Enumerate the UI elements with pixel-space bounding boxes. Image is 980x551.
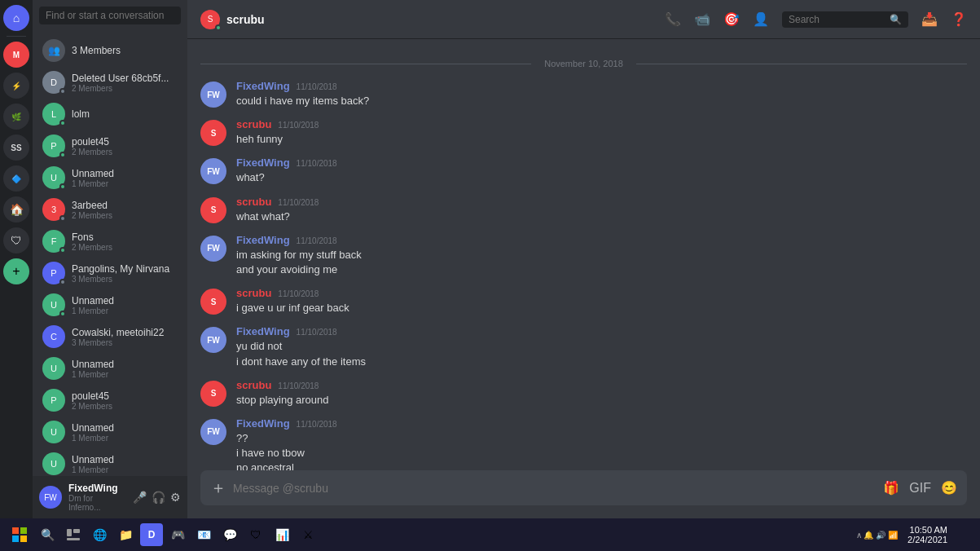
show-desktop-button[interactable] (957, 518, 973, 551)
dm-item[interactable]: P poulet45 2 Members (36, 385, 184, 416)
dm-search-input[interactable] (39, 7, 181, 24)
message-input-container: ＋ 🎁 GIF 😊 (187, 470, 980, 518)
message-group: FW FixedWing 11/10/2018 ?? i have no tbo… (200, 416, 967, 470)
home-button[interactable]: ⌂ (3, 5, 29, 31)
msg-timestamp: 11/10/2018 (297, 328, 337, 337)
dm-avatar: D (42, 71, 65, 94)
search-input[interactable] (789, 14, 886, 25)
server-icon[interactable]: ⚡ (3, 73, 29, 99)
dm-name: Cowalski, meetoihi22 (72, 327, 178, 338)
dm-item[interactable]: 3 3arbeed 2 Members (36, 194, 184, 225)
dm-name: 3arbeed (72, 200, 178, 211)
date-label: November 10, 2018 (538, 59, 630, 68)
dm-item[interactable]: D Deleted User 68cb5f... 2 Members (36, 67, 184, 98)
msg-author: FixedWing (236, 156, 290, 169)
msg-text: yu did not (236, 339, 967, 354)
excel-icon[interactable]: 📊 (270, 523, 293, 546)
app2-icon[interactable]: ⚔ (297, 523, 319, 546)
dm-avatar: 👥 (42, 39, 65, 62)
nitro-icon[interactable]: 🎯 (723, 11, 740, 27)
dm-sub: 2 Members (72, 211, 178, 220)
game-icon[interactable]: 🎮 (166, 523, 189, 546)
dm-sub: 3 Members (72, 275, 178, 284)
app-icon[interactable]: 🛡 (244, 523, 267, 546)
discord-taskbar-icon[interactable]: D (140, 523, 163, 546)
msg-text: stop playing around (236, 393, 967, 408)
msg-timestamp: 11/10/2018 (297, 236, 337, 245)
headset-icon[interactable]: 🎧 (152, 491, 165, 504)
dm-item[interactable]: P poulet45 2 Members (36, 130, 184, 161)
server-icon[interactable]: 🏠 (3, 196, 29, 223)
server-icon[interactable]: M (3, 42, 29, 68)
dm-avatar: F (42, 230, 65, 253)
start-button[interactable] (7, 522, 33, 548)
emoji-icon[interactable]: 😊 (941, 480, 957, 496)
message-input-box: ＋ 🎁 GIF 😊 (200, 470, 967, 505)
edge-icon[interactable]: 🌐 (88, 523, 111, 546)
user-panel: FW FixedWing Dm for Inferno... 🎤 🎧 ⚙ (33, 476, 187, 518)
dm-item[interactable]: F Fons 2 Members (36, 226, 184, 257)
dm-item[interactable]: P Pangolins, My Nirvana 3 Members (36, 258, 184, 289)
server-icon[interactable]: 🔷 (3, 165, 29, 192)
video-icon[interactable]: 📹 (694, 11, 710, 27)
msg-avatar: FW (200, 327, 226, 353)
add-attachment-icon[interactable]: ＋ (210, 477, 226, 499)
dm-name: Unnamed (72, 422, 178, 434)
dm-search-container (33, 0, 187, 31)
svg-rect-6 (67, 529, 72, 536)
dm-item[interactable]: L lolm (36, 99, 184, 130)
taskview-icon[interactable] (62, 523, 85, 546)
messages-container: November 10, 2018 FW FixedWing 11/10/201… (187, 39, 980, 470)
message-group: FW FixedWing 11/10/2018 im asking for my… (200, 232, 967, 279)
dm-avatar: U (42, 293, 65, 316)
msg-avatar: FW (200, 82, 226, 108)
dm-item[interactable]: U Unnamed 1 Member (36, 353, 184, 384)
file-explorer-icon[interactable]: 📁 (114, 523, 137, 546)
gif-icon[interactable]: GIF (909, 481, 931, 496)
dm-item[interactable]: U Unnamed 1 Member (36, 448, 184, 476)
outlook-icon[interactable]: 📧 (192, 523, 215, 546)
server-icon[interactable]: SS (3, 134, 29, 161)
msg-author: FixedWing (236, 234, 290, 246)
add-server-button[interactable]: + (3, 258, 29, 284)
dm-avatar: L (42, 103, 65, 126)
help-icon[interactable]: ❓ (951, 11, 967, 27)
svg-rect-4 (12, 536, 19, 542)
chat-area: S scrubu 📞 📹 🎯 👤 🔍 📥 ❓ (187, 0, 980, 518)
msg-avatar: FW (200, 158, 226, 184)
server-icon[interactable]: 🛡 (3, 227, 29, 253)
message-input[interactable] (233, 482, 877, 495)
server-icon[interactable]: 🌿 (3, 104, 29, 130)
msg-avatar: S (200, 197, 226, 223)
inbox-icon[interactable]: 📥 (921, 11, 938, 27)
dm-sub: 1 Member (72, 179, 178, 188)
msg-timestamp: 11/10/2018 (278, 289, 319, 298)
dm-name: 3 Members (72, 45, 178, 56)
chat-header-name: scrubu (226, 13, 265, 26)
msg-timestamp: 11/10/2018 (278, 381, 319, 390)
gift-icon[interactable]: 🎁 (883, 480, 899, 496)
call-icon[interactable]: 📞 (665, 11, 681, 27)
dm-item[interactable]: U Unnamed 1 Member (36, 162, 184, 193)
dm-item[interactable]: C Cowalski, meetoihi22 3 Members (36, 321, 184, 352)
server-list: ⌂ M ⚡ 🌿 SS 🔷 🏠 🛡 + (0, 0, 33, 518)
dm-item[interactable]: 👥 3 Members (36, 35, 184, 66)
dm-item[interactable]: U Unnamed 1 Member (36, 417, 184, 447)
dm-name: poulet45 (72, 136, 178, 148)
add-friend-icon[interactable]: 👤 (753, 11, 769, 27)
dm-item[interactable]: U Unnamed 1 Member (36, 289, 184, 320)
msg-author: scrubu (236, 118, 271, 130)
message-group: S scrubu 11/10/2018 stop playing around (200, 377, 967, 409)
teams-icon[interactable]: 💬 (218, 523, 241, 546)
settings-icon[interactable]: ⚙ (170, 491, 181, 504)
message-group: S scrubu 11/10/2018 heh funny (200, 117, 967, 148)
dm-sidebar: 👥 3 Members D Deleted User 68cb5f... 2 M… (33, 0, 187, 518)
search-taskbar-icon[interactable]: 🔍 (36, 523, 59, 546)
msg-timestamp: 11/10/2018 (278, 121, 319, 130)
mute-icon[interactable]: 🎤 (133, 491, 147, 504)
dm-avatar: C (42, 325, 65, 348)
msg-text: i dont have any of the items (236, 355, 967, 369)
svg-rect-7 (73, 529, 80, 533)
dm-name: Pangolins, My Nirvana (72, 263, 178, 275)
dm-name: Unnamed (72, 295, 178, 306)
